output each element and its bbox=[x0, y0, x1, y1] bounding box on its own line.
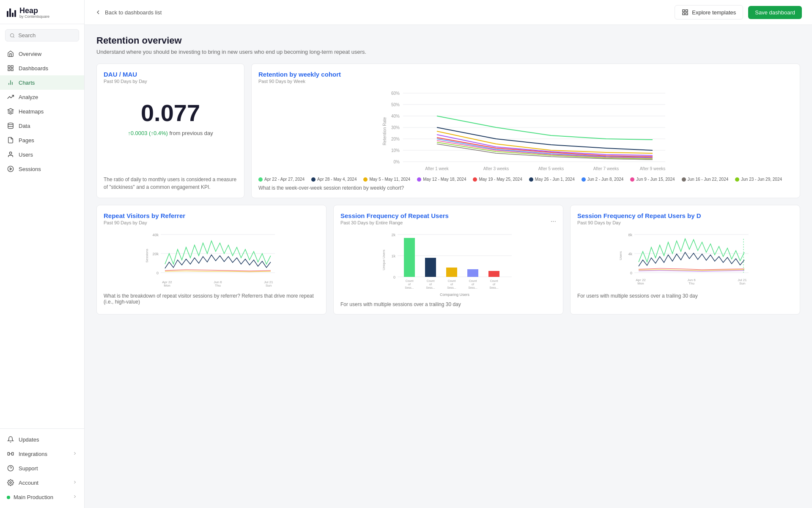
svg-text:of: of bbox=[408, 283, 411, 286]
svg-text:Sess...: Sess... bbox=[405, 286, 414, 289]
logo-bar-1 bbox=[7, 11, 8, 17]
session-freq-b-chart: 8k 4k 0 Apr 22 Mon Jun 6 Thu Jul 21 Sun … bbox=[577, 230, 793, 290]
svg-rect-3 bbox=[8, 69, 10, 71]
sidebar-item-support[interactable]: Support bbox=[0, 461, 84, 475]
dau-mau-title: DAU / MAU bbox=[104, 71, 237, 78]
logo: Heap by Contentsquare bbox=[0, 0, 84, 24]
sidebar-item-analyze[interactable]: Analyze bbox=[0, 90, 84, 104]
search-box[interactable] bbox=[5, 29, 79, 41]
repeat-visitors-question: What is the breakdown of repeat visitor … bbox=[104, 293, 319, 305]
sidebar-label-updates: Updates bbox=[19, 436, 39, 443]
dau-change-pct: (↑0.4%) bbox=[149, 130, 168, 136]
retention-svg: 60% 50% 40% 30% 20% 10% 0% After 1 week … bbox=[258, 89, 793, 174]
session-freq-b-title: Session Frequency of Repeat Users by D bbox=[577, 212, 793, 219]
svg-point-10 bbox=[8, 166, 13, 171]
save-dashboard-button[interactable]: Save dashboard bbox=[748, 6, 802, 19]
session-freq-chart: 2k 1k 0 Unique Users bbox=[340, 230, 556, 298]
session-freq-svg: 2k 1k 0 Unique Users bbox=[340, 230, 556, 298]
sidebar-item-charts[interactable]: Charts bbox=[0, 75, 84, 90]
database-icon bbox=[7, 122, 14, 130]
dau-mau-description: The ratio of daily to monthly users is c… bbox=[104, 176, 237, 191]
sidebar-item-data[interactable]: Data bbox=[0, 119, 84, 133]
logo-text: Heap by Contentsquare bbox=[19, 7, 49, 19]
more-options-button[interactable]: ··· bbox=[551, 218, 556, 225]
bell-icon bbox=[7, 436, 14, 443]
svg-text:10%: 10% bbox=[391, 148, 400, 153]
env-chevron-icon bbox=[72, 494, 77, 500]
svg-text:0: 0 bbox=[393, 275, 395, 279]
dau-mau-value: 0.077 bbox=[104, 99, 237, 127]
integrations-icon bbox=[7, 450, 14, 458]
sidebar-item-dashboards[interactable]: Dashboards bbox=[0, 61, 84, 75]
arrow-left-icon bbox=[95, 9, 102, 16]
sidebar-item-sessions[interactable]: Sessions bbox=[0, 162, 84, 176]
svg-text:Users: Users bbox=[619, 251, 623, 260]
play-icon bbox=[7, 165, 14, 173]
legend-dot-0 bbox=[258, 177, 263, 182]
legend-label-0: Apr 22 - Apr 27, 2024 bbox=[264, 177, 304, 182]
environment-selector[interactable]: Main Production bbox=[0, 490, 84, 505]
svg-text:40k: 40k bbox=[152, 233, 159, 237]
session-freq-b-period: Past 90 Days by Day bbox=[577, 220, 793, 225]
svg-text:4k: 4k bbox=[628, 252, 632, 256]
sidebar-label-sessions: Sessions bbox=[19, 166, 41, 172]
sidebar-label-pages: Pages bbox=[19, 137, 34, 144]
legend-item-8: Jun 16 - Jun 22, 2024 bbox=[682, 177, 729, 182]
svg-text:Sess...: Sess... bbox=[489, 286, 498, 289]
svg-text:Mon: Mon bbox=[164, 284, 170, 287]
legend-label-6: Jun 2 - Jun 8, 2024 bbox=[587, 177, 624, 182]
dashboard-grid: DAU / MAU Past 90 Days by Day 0.077 ↑0.0… bbox=[96, 64, 800, 315]
repeat-visitors-svg: 40k 20k 0 Apr 22 Mon Jun 6 Thu Jul 21 Su… bbox=[104, 230, 319, 290]
sidebar-item-heatmaps[interactable]: Heatmaps bbox=[0, 104, 84, 119]
explore-templates-button[interactable]: Explore templates bbox=[675, 5, 743, 19]
svg-rect-1 bbox=[8, 66, 10, 68]
svg-text:60%: 60% bbox=[391, 91, 400, 96]
legend-dot-9 bbox=[735, 177, 739, 182]
row-1: DAU / MAU Past 90 Days by Day 0.077 ↑0.0… bbox=[96, 64, 800, 198]
svg-text:0: 0 bbox=[630, 271, 632, 275]
sidebar-label-integrations: Integrations bbox=[19, 451, 47, 457]
sidebar-item-integrations[interactable]: Integrations bbox=[0, 447, 84, 461]
legend-label-2: May 5 - May 11, 2024 bbox=[369, 177, 410, 182]
svg-text:of: of bbox=[429, 283, 432, 286]
svg-rect-20 bbox=[686, 13, 688, 15]
sidebar-label-data: Data bbox=[19, 123, 30, 129]
legend-dot-5 bbox=[529, 177, 533, 182]
sidebar-label-account: Account bbox=[19, 480, 38, 486]
svg-text:Count: Count bbox=[448, 279, 456, 282]
svg-text:1k: 1k bbox=[391, 254, 395, 258]
svg-text:8k: 8k bbox=[628, 233, 632, 237]
svg-text:After 5 weeks: After 5 weeks bbox=[538, 166, 564, 171]
svg-text:Thu: Thu bbox=[689, 282, 694, 285]
legend-label-4: May 19 - May 25, 2024 bbox=[479, 177, 522, 182]
templates-icon bbox=[682, 9, 689, 16]
legend-label-9: Jun 23 - Jun 29, 2024 bbox=[741, 177, 782, 182]
sidebar-item-overview[interactable]: Overview bbox=[0, 47, 84, 61]
legend-label-8: Jun 16 - Jun 22, 2024 bbox=[688, 177, 729, 182]
page-body: Retention overview Understand where you … bbox=[85, 25, 812, 508]
sidebar-item-users[interactable]: Users bbox=[0, 147, 84, 162]
svg-text:After 1 week: After 1 week bbox=[425, 166, 449, 171]
svg-text:of: of bbox=[450, 283, 453, 286]
user-icon bbox=[7, 151, 14, 158]
search-input[interactable] bbox=[18, 32, 74, 39]
sidebar-label-charts: Charts bbox=[19, 80, 35, 86]
logo-bar-3 bbox=[12, 13, 14, 17]
svg-text:After 7 weeks: After 7 weeks bbox=[593, 166, 619, 171]
sidebar-label-dashboards: Dashboards bbox=[19, 65, 48, 72]
sidebar-item-account[interactable]: Account bbox=[0, 475, 84, 490]
svg-text:Sess...: Sess... bbox=[426, 286, 435, 289]
legend-label-3: May 12 - May 18, 2024 bbox=[423, 177, 466, 182]
svg-text:40%: 40% bbox=[391, 114, 400, 119]
account-chevron-icon bbox=[72, 480, 77, 486]
trending-up-icon bbox=[7, 93, 14, 101]
svg-text:Sess...: Sess... bbox=[447, 286, 456, 289]
back-to-dashboards-link[interactable]: Back to dashboards list bbox=[95, 9, 162, 16]
back-label: Back to dashboards list bbox=[105, 9, 162, 16]
svg-point-9 bbox=[9, 152, 11, 154]
session-freq-card: Session Frequency of Repeat Users Past 3… bbox=[333, 205, 563, 315]
sidebar-item-pages[interactable]: Pages bbox=[0, 133, 84, 147]
legend-item-0: Apr 22 - Apr 27, 2024 bbox=[258, 177, 304, 182]
logo-bar-2 bbox=[9, 8, 11, 17]
sidebar-item-updates[interactable]: Updates bbox=[0, 432, 84, 447]
